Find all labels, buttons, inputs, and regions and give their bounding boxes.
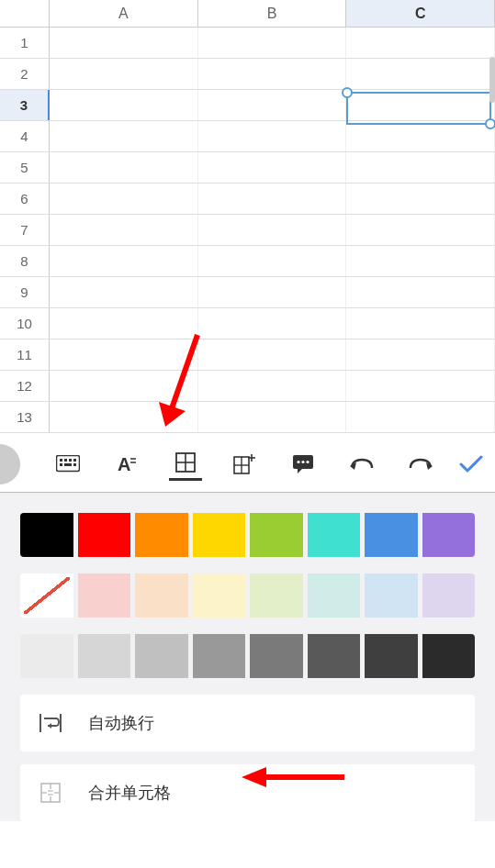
color-swatch[interactable]	[308, 513, 361, 557]
color-swatch[interactable]	[193, 634, 246, 678]
row-header[interactable]: 2	[0, 59, 50, 89]
cell[interactable]	[198, 121, 347, 151]
svg-rect-5	[60, 463, 62, 466]
cell-format-button[interactable]	[169, 448, 202, 481]
cell[interactable]	[198, 90, 347, 120]
redo-button[interactable]	[404, 448, 437, 481]
cell[interactable]	[198, 215, 347, 245]
color-swatch[interactable]	[135, 634, 188, 678]
cell[interactable]	[198, 246, 347, 276]
cell[interactable]	[346, 215, 495, 245]
cell[interactable]	[346, 277, 495, 307]
cell[interactable]	[50, 339, 198, 370]
color-swatch[interactable]	[250, 513, 303, 557]
cell[interactable]	[198, 371, 347, 401]
cell[interactable]	[50, 402, 198, 432]
cell[interactable]	[198, 28, 347, 58]
cell[interactable]	[346, 121, 495, 151]
color-swatch[interactable]	[422, 573, 476, 618]
row-header[interactable]: 8	[0, 246, 50, 276]
color-swatch[interactable]	[250, 573, 303, 618]
insert-button[interactable]	[228, 448, 261, 481]
row-header[interactable]: 1	[0, 28, 50, 58]
cell[interactable]	[198, 402, 347, 432]
col-header-a[interactable]: A	[50, 0, 198, 27]
cell[interactable]	[346, 371, 495, 401]
svg-rect-7	[73, 463, 76, 466]
col-header-b[interactable]: B	[198, 0, 347, 27]
cell[interactable]	[50, 90, 198, 120]
color-row-light	[20, 573, 475, 618]
corner-cell[interactable]	[0, 0, 50, 27]
row-header[interactable]: 3	[0, 90, 50, 120]
cell[interactable]	[198, 59, 347, 89]
cell[interactable]	[198, 184, 347, 214]
color-swatch[interactable]	[365, 634, 418, 678]
cell[interactable]	[50, 28, 198, 58]
merge-cells-option[interactable]: 合并单元格	[20, 764, 475, 821]
color-swatch[interactable]	[193, 573, 246, 618]
color-swatch[interactable]	[422, 634, 476, 678]
cell[interactable]	[346, 184, 495, 214]
row-header[interactable]: 13	[0, 402, 50, 432]
cell[interactable]	[198, 339, 347, 370]
color-swatch[interactable]	[308, 573, 361, 618]
color-swatch[interactable]	[78, 634, 131, 678]
col-header-c[interactable]: C	[346, 0, 495, 27]
color-swatch[interactable]	[193, 513, 246, 557]
grid-row: 7	[0, 215, 495, 246]
cell[interactable]	[50, 184, 198, 214]
wrap-text-option[interactable]: 自动换行	[20, 695, 475, 751]
cell[interactable]	[346, 246, 495, 276]
color-swatch[interactable]	[365, 573, 418, 618]
grid-row: 13	[0, 402, 495, 433]
cell[interactable]	[198, 277, 347, 307]
cell[interactable]	[50, 215, 198, 245]
undo-button[interactable]	[345, 448, 378, 481]
cell[interactable]	[346, 90, 495, 120]
row-header[interactable]: 12	[0, 371, 50, 401]
keyboard-button[interactable]	[51, 448, 84, 481]
row-header[interactable]: 11	[0, 339, 50, 370]
spreadsheet-grid[interactable]: A B C 12345678910111213	[0, 0, 495, 433]
row-header[interactable]: 9	[0, 277, 50, 307]
row-header[interactable]: 6	[0, 184, 50, 214]
cell[interactable]	[50, 246, 198, 276]
cell[interactable]	[50, 308, 198, 339]
color-swatch[interactable]	[135, 513, 188, 557]
comment-button[interactable]	[287, 448, 320, 481]
scrollbar[interactable]	[489, 57, 495, 103]
cell[interactable]	[50, 152, 198, 183]
row-header[interactable]: 5	[0, 152, 50, 183]
cell[interactable]	[346, 59, 495, 89]
color-swatch[interactable]	[365, 513, 418, 557]
color-swatch[interactable]	[250, 634, 303, 678]
cell[interactable]	[346, 152, 495, 183]
color-swatch[interactable]	[78, 573, 131, 618]
cell[interactable]	[198, 308, 347, 339]
cell[interactable]	[346, 28, 495, 58]
color-swatch[interactable]	[20, 513, 73, 557]
cell[interactable]	[50, 371, 198, 401]
cell[interactable]	[50, 121, 198, 151]
color-swatch[interactable]	[20, 573, 73, 618]
cell[interactable]	[346, 402, 495, 432]
color-swatch[interactable]	[20, 634, 73, 678]
row-header[interactable]: 10	[0, 308, 50, 339]
color-row-gray	[20, 634, 475, 678]
text-format-button[interactable]: A	[110, 448, 143, 481]
grid-row: 1	[0, 28, 495, 59]
confirm-button[interactable]	[455, 448, 488, 481]
cell[interactable]	[346, 308, 495, 339]
row-header[interactable]: 4	[0, 121, 50, 151]
cell[interactable]	[50, 277, 198, 307]
cell[interactable]	[346, 339, 495, 370]
color-swatch[interactable]	[135, 573, 188, 618]
cell[interactable]	[198, 152, 347, 183]
camera-crop-icon[interactable]	[0, 444, 20, 484]
cell[interactable]	[50, 59, 198, 89]
color-swatch[interactable]	[422, 513, 476, 557]
color-swatch[interactable]	[78, 513, 131, 557]
row-header[interactable]: 7	[0, 215, 50, 245]
color-swatch[interactable]	[308, 634, 361, 678]
